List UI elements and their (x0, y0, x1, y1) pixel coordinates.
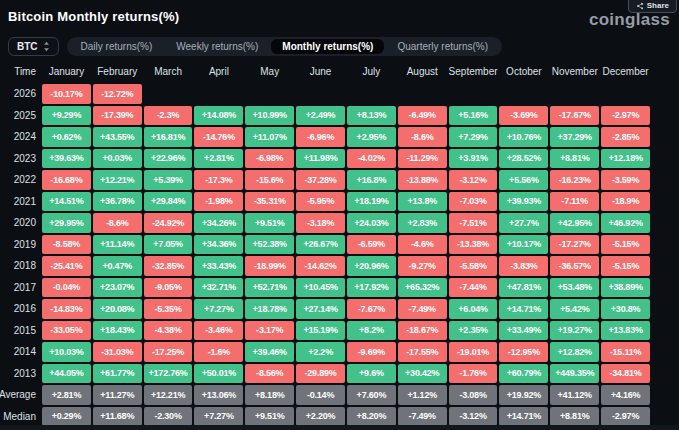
return-cell: +41.12% (550, 385, 599, 405)
return-cell: +18.19% (347, 192, 396, 212)
return-cell: -9.27% (398, 256, 447, 276)
return-cell: -12.72% (93, 84, 142, 104)
return-cell: +19.92% (499, 385, 548, 405)
return-cell: +2.2% (296, 342, 345, 362)
tab-weekly-returns[interactable]: Weekly returns(%) (165, 39, 269, 54)
return-cell: +44.05% (42, 364, 91, 384)
return-cell: -25.41% (42, 256, 91, 276)
tab-daily-returns[interactable]: Daily returns(%) (70, 39, 164, 54)
return-cell: +2.83% (398, 213, 447, 233)
return-cell: +7.05% (144, 235, 193, 255)
return-cell: +5.42% (550, 299, 599, 319)
return-cell: -5.15% (601, 256, 650, 276)
return-cell: -11.29% (398, 149, 447, 169)
empty-cell (601, 84, 650, 104)
table-row-2014: 2014+10.03%-31.03%-17.25%-1.6%+39.46%+2.… (0, 341, 651, 363)
return-cell: +14.51% (42, 192, 91, 212)
row-label-2013: 2013 (0, 363, 41, 385)
month-header-september: September (448, 61, 499, 81)
return-cell: +38.89% (601, 278, 650, 298)
return-cell: +8.13% (347, 106, 396, 126)
return-cell: +43.55% (93, 127, 142, 147)
empty-cell (449, 84, 498, 104)
row-label-2025: 2025 (0, 105, 41, 127)
return-cell: +10.76% (499, 127, 548, 147)
return-cell: +8.81% (550, 407, 599, 427)
return-cell: +8.2% (347, 321, 396, 341)
return-cell: -17.25% (144, 342, 193, 362)
return-cell: +12.18% (601, 149, 650, 169)
month-header-april: April (193, 61, 244, 81)
empty-cell (499, 84, 548, 104)
return-cell: -35.31% (245, 192, 294, 212)
return-cell: -17.67% (550, 106, 599, 126)
row-label-median: Median (0, 406, 41, 428)
return-cell: -3.59% (601, 170, 650, 190)
return-cell: -1.76% (449, 364, 498, 384)
return-cell: +6.04% (449, 299, 498, 319)
return-cell: -18.67% (398, 321, 447, 341)
return-cell: -3.12% (449, 407, 498, 427)
return-cell: +60.79% (499, 364, 548, 384)
return-cell: -13.88% (398, 170, 447, 190)
row-label-2018: 2018 (0, 255, 41, 277)
return-cell: +2.20% (296, 407, 345, 427)
coinglass-logo[interactable]: coinglass (589, 10, 670, 30)
return-cell: -17.27% (550, 235, 599, 255)
return-cell: +16.8% (347, 170, 396, 190)
return-cell: -3.46% (194, 321, 243, 341)
return-cell: +2.81% (42, 385, 91, 405)
row-label-2024: 2024 (0, 126, 41, 148)
month-header-march: March (143, 61, 194, 81)
coin-selector[interactable]: BTC (8, 37, 59, 56)
return-cell: -7.51% (449, 213, 498, 233)
coin-selector-label: BTC (17, 41, 38, 52)
footer-bar (0, 425, 679, 430)
return-cell: +39.63% (42, 149, 91, 169)
return-cell: +36.78% (93, 192, 142, 212)
return-cell: +12.82% (550, 342, 599, 362)
controls-bar: BTC Daily returns(%)Weekly returns(%)Mon… (8, 36, 679, 56)
return-cell: -17.3% (194, 170, 243, 190)
return-cell: +0.03% (93, 149, 142, 169)
tab-quarterly-returns[interactable]: Quarterly returns(%) (386, 39, 499, 54)
return-cell: +10.17% (499, 235, 548, 255)
return-cell: +2.95% (347, 127, 396, 147)
return-cell: -3.08% (449, 385, 498, 405)
return-cell: -2.3% (144, 106, 193, 126)
tab-monthly-returns[interactable]: Monthly returns(%) (271, 39, 384, 54)
return-cell: -8.58% (42, 235, 91, 255)
return-cell: -5.35% (144, 299, 193, 319)
return-cell: -5.58% (449, 256, 498, 276)
return-cell: +42.95% (550, 213, 599, 233)
return-cell: +7.27% (194, 407, 243, 427)
return-cell: +33.49% (499, 321, 548, 341)
return-cell: -34.81% (601, 364, 650, 384)
return-cell: +39.46% (245, 342, 294, 362)
return-cell: +449.35% (550, 364, 599, 384)
return-cell: +10.03% (42, 342, 91, 362)
empty-cell (347, 84, 396, 104)
table-row-2026: 2026-10.17%-12.72% (0, 83, 651, 105)
return-cell: +29.84% (144, 192, 193, 212)
return-cell: +5.39% (144, 170, 193, 190)
return-cell: +14.71% (499, 299, 548, 319)
return-cell: -16.68% (42, 170, 91, 190)
empty-cell (296, 84, 345, 104)
return-cell: +2.49% (296, 106, 345, 126)
return-cell: -4.6% (398, 235, 447, 255)
return-cell: -32.85% (144, 256, 193, 276)
return-cell: +47.81% (499, 278, 548, 298)
return-cell: -17.39% (93, 106, 142, 126)
return-cell: +9.51% (245, 407, 294, 427)
returns-table: TimeJanuaryFebruaryMarchAprilMayJuneJuly… (0, 61, 651, 427)
return-cell: +11.68% (93, 407, 142, 427)
return-cell: +8.18% (245, 385, 294, 405)
return-cell: -2.30% (144, 407, 193, 427)
table-header-row: TimeJanuaryFebruaryMarchAprilMayJuneJuly… (0, 61, 651, 81)
return-cell: -3.18% (296, 213, 345, 233)
return-cell: -31.03% (93, 342, 142, 362)
return-cell: +65.32% (398, 278, 447, 298)
empty-cell (550, 84, 599, 104)
return-cell: +7.60% (347, 385, 396, 405)
